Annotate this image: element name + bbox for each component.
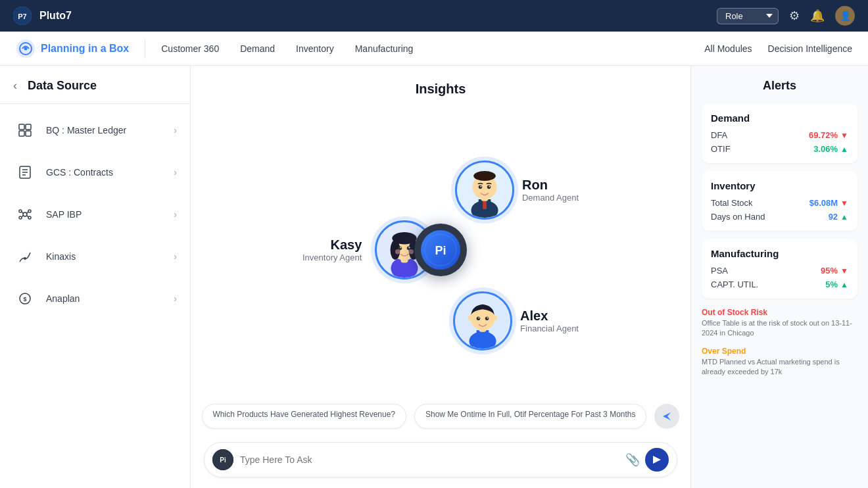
dfa-trend-icon: ▼: [840, 131, 848, 140]
settings-icon[interactable]: ⚙: [789, 9, 800, 23]
alert-stock-value: $6.08M: [809, 198, 838, 208]
decision-intelligence-link[interactable]: Decision Intelligence: [768, 43, 852, 54]
doh-trend-icon: ▲: [840, 212, 848, 222]
sidebar-chevron-sap: ›: [174, 209, 177, 220]
app-name: Pluto7: [39, 10, 72, 22]
main-layout: ‹ Data Source BQ : Master Ledger ›: [0, 66, 868, 488]
nav-demand[interactable]: Demand: [240, 41, 275, 57]
agent-alex-role: Financial Agent: [520, 324, 579, 333]
all-modules-link[interactable]: All Modules: [704, 43, 752, 54]
sidebar-item-kinaxis[interactable]: Kinaxis ›: [0, 235, 190, 278]
top-navigation: P7 Pluto7 Role Admin Manager Analyst ⚙ 🔔…: [0, 0, 868, 32]
sidebar-item-kinaxis-label: Kinaxis: [46, 251, 174, 262]
alert-section-manufacturing: Manufacturing PSA 95% ▼ CAPT. UTIL. 5% ▲: [702, 239, 857, 299]
suggestion-chip-2[interactable]: Show Me Ontime In Full, Otif Percentage …: [414, 404, 646, 429]
alert-capt-label: CAPT. UTIL.: [711, 280, 758, 289]
notification-icon[interactable]: 🔔: [810, 9, 825, 23]
agent-ron: Ron Demand Agent: [455, 160, 579, 220]
role-selector[interactable]: Role Admin Manager Analyst: [717, 8, 779, 24]
agent-alex: Alex Financial Agent: [453, 291, 579, 351]
chat-send-button[interactable]: [645, 448, 669, 472]
sidebar-item-gcs[interactable]: GCS : Contracts ›: [0, 151, 190, 193]
svg-text:Pi: Pi: [435, 244, 446, 257]
alert-capt-value: 5%: [825, 280, 838, 289]
top-nav-left: P7 Pluto7: [13, 7, 72, 25]
sidebar-item-anaplan[interactable]: $ Anaplan ›: [0, 278, 190, 320]
chat-avatar-mini: Pi: [212, 449, 233, 470]
alert-otif-value: 3.06%: [813, 144, 838, 154]
sidebar-item-bq-label: BQ : Master Ledger: [46, 125, 174, 135]
alerts-panel: Alerts Demand DFA 69.72% ▼ OTIF 3.06% ▲ …: [690, 66, 868, 488]
nav-manufacturing[interactable]: Manufacturing: [355, 41, 414, 57]
nav-inventory[interactable]: Inventory: [296, 41, 334, 57]
svg-point-48: [487, 185, 491, 189]
svg-point-46: [473, 171, 496, 181]
grid-icon: [13, 118, 37, 142]
chat-text-input[interactable]: [240, 454, 625, 465]
suggestion-chip-1[interactable]: Which Products Have Generated Highest Re…: [202, 404, 406, 429]
sidebar-chevron-anaplan: ›: [174, 293, 177, 304]
agent-ron-info: Ron Demand Agent: [522, 178, 579, 203]
user-avatar[interactable]: 👤: [835, 6, 855, 26]
alert-doh-label: Days on Hand: [711, 212, 765, 222]
alert-row-otif: OTIF 3.06% ▲: [711, 144, 848, 154]
svg-point-47: [479, 185, 483, 189]
notif-over-spend-body: MTD Planned vs Actual marketing spend is…: [702, 357, 857, 378]
sidebar: ‹ Data Source BQ : Master Ledger ›: [0, 66, 191, 488]
sub-navigation: Planning in a Box Customer 360 Demand In…: [0, 32, 868, 66]
alert-doh-value: 92: [829, 212, 838, 222]
agent-center: Pi Kasy Inventory Agent: [302, 138, 579, 362]
svg-line-19: [26, 212, 28, 214]
suggestion-chips-area: Which Products Have Generated Highest Re…: [191, 396, 690, 437]
alert-section-inventory: Inventory Total Stock $6.08M ▼ Days on H…: [702, 171, 857, 231]
agent-ron-role: Demand Agent: [522, 193, 579, 203]
psa-trend-icon: ▼: [840, 266, 848, 276]
svg-rect-6: [26, 124, 31, 130]
notification-out-of-stock: Out of Stock Risk Office Table is at the…: [702, 306, 857, 340]
svg-point-16: [19, 216, 22, 219]
sidebar-item-sap[interactable]: SAP IBP ›: [0, 193, 190, 235]
sidebar-item-anaplan-label: Anaplan: [46, 293, 174, 304]
stock-trend-icon: ▼: [840, 199, 848, 208]
agent-ron-name: Ron: [522, 178, 579, 193]
agent-kasy-role: Inventory Agent: [302, 253, 362, 262]
svg-point-50: [489, 185, 491, 187]
sidebar-item-bq[interactable]: BQ : Master Ledger ›: [0, 109, 190, 151]
svg-point-15: [28, 210, 31, 212]
coin-icon: $: [13, 287, 37, 310]
sidebar-item-sap-label: SAP IBP: [46, 209, 174, 220]
attach-icon[interactable]: 📎: [625, 452, 640, 467]
center-pluto-logo: Pi: [414, 224, 467, 276]
center-content: Insights Pi Kasy: [191, 66, 690, 488]
chat-input-wrapper: Pi 📎: [204, 442, 677, 477]
svg-point-22: [24, 257, 26, 260]
agent-visualization-area: Pi Kasy Inventory Agent: [191, 103, 690, 396]
svg-text:$: $: [23, 296, 26, 303]
agent-ron-avatar: [455, 160, 514, 220]
sidebar-header: ‹ Data Source: [0, 79, 190, 104]
svg-point-57: [485, 316, 489, 320]
alert-row-dfa: DFA 69.72% ▼: [711, 130, 848, 140]
svg-point-60: [468, 315, 473, 320]
alert-row-psa: PSA 95% ▼: [711, 266, 848, 276]
svg-point-56: [477, 316, 481, 320]
agent-kasy-info: Kasy Inventory Agent: [302, 237, 362, 262]
alert-psa-label: PSA: [711, 266, 728, 276]
sidebar-back-button[interactable]: ‹: [13, 79, 17, 93]
brand-icon: [16, 39, 36, 59]
sidebar-item-gcs-label: GCS : Contracts: [46, 167, 174, 178]
alert-row-capt-util: CAPT. UTIL. 5% ▲: [711, 280, 848, 289]
svg-point-14: [19, 210, 22, 212]
svg-line-21: [26, 215, 28, 217]
top-nav-right: Role Admin Manager Analyst ⚙ 🔔 👤: [717, 6, 855, 26]
alert-stock-label: Total Stock: [711, 198, 753, 208]
notif-over-spend-title: Over Spend: [702, 347, 857, 356]
insights-title: Insights: [191, 66, 690, 103]
capt-trend-icon: ▲: [840, 280, 848, 289]
svg-line-18: [22, 212, 24, 214]
suggestion-send-button[interactable]: [654, 404, 679, 429]
nav-customer360[interactable]: Customer 360: [161, 41, 219, 57]
svg-point-17: [28, 216, 31, 219]
sidebar-title: Data Source: [28, 79, 97, 93]
svg-point-4: [24, 47, 28, 50]
